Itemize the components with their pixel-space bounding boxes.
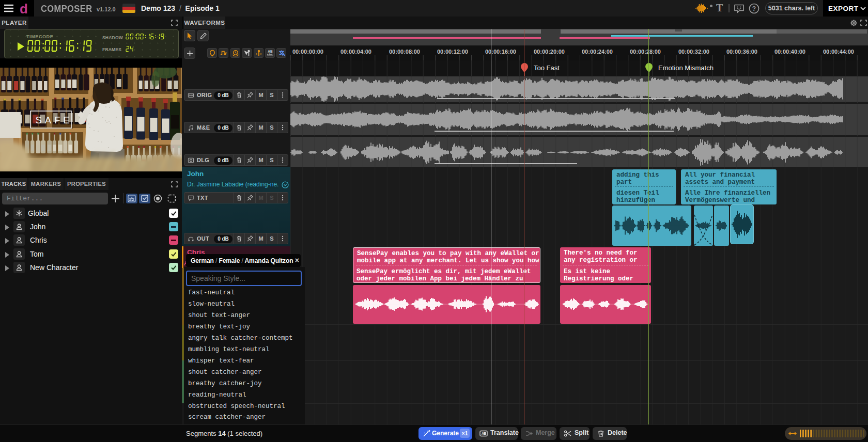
svg-text:?: ? xyxy=(752,5,756,12)
svg-text:AB: AB xyxy=(268,50,273,53)
svg-text:Too Fast: Too Fast xyxy=(534,64,560,72)
svg-text:SAFE: SAFE xyxy=(36,115,73,125)
svg-text:A: A xyxy=(482,432,484,435)
svg-text:Emotion Mismatch: Emotion Mismatch xyxy=(658,64,714,72)
